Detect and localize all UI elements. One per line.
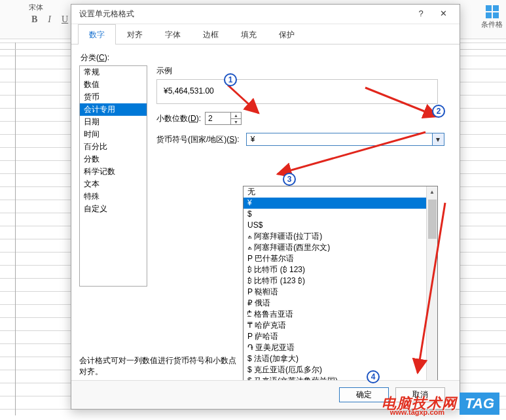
italic-button[interactable]: I	[45, 14, 54, 25]
watermark-tag: TAG	[460, 393, 499, 415]
dropdown-item[interactable]: $ 法语(加拿大)	[244, 353, 437, 364]
dropdown-scrollbar[interactable]: ▲ ▼	[426, 186, 437, 396]
dropdown-item[interactable]: ₸ 哈萨克语	[244, 320, 437, 331]
dropdown-item[interactable]: P 萨哈语	[244, 331, 437, 342]
dropdown-item[interactable]: ₼ 阿塞拜疆语(拉丁语)	[244, 231, 437, 242]
combobox-drop-button[interactable]: ▾	[432, 133, 444, 145]
tabs: 数字 对齐 字体 边框 填充 保护	[71, 24, 460, 44]
category-item[interactable]: 特殊	[80, 190, 147, 203]
category-item[interactable]: 文本	[80, 178, 147, 190]
category-item[interactable]: 货币	[80, 91, 147, 103]
dialog-close-button[interactable]: ✕	[432, 7, 454, 22]
format-hint-text: 会计格式可对一列数值进行货币符号和小数点对齐。	[79, 355, 236, 377]
annotation-badge-4: 4	[367, 370, 380, 383]
decimal-label-post: ):	[196, 114, 201, 123]
category-item[interactable]: 时间	[80, 128, 147, 141]
category-item[interactable]: 常规	[80, 66, 147, 79]
scrollbar-thumb[interactable]	[428, 200, 437, 239]
category-item[interactable]: 百分比	[80, 141, 147, 153]
category-label-hotkey: C	[99, 53, 105, 62]
dropdown-item[interactable]: P 巴什基尔语	[244, 253, 437, 264]
category-item[interactable]: 分数	[80, 153, 147, 166]
tab-protection[interactable]: 保护	[268, 24, 306, 44]
decimal-label-pre: 小数位数(	[156, 114, 190, 123]
bold-button[interactable]: B	[29, 14, 40, 25]
category-label-post: ):	[105, 53, 109, 62]
dropdown-item[interactable]: ₼ 阿塞拜疆语(西里尔文)	[244, 242, 437, 253]
spinner-down-icon[interactable]: ▼	[231, 119, 241, 125]
dialog-title: 设置单元格格式	[79, 9, 410, 20]
watermark-url: www.tagxp.com	[390, 408, 444, 416]
dialog-titlebar[interactable]: 设置单元格格式 ? ✕	[71, 5, 460, 24]
tab-number[interactable]: 数字	[78, 24, 116, 44]
watermark: 电脑技术网 TAG www.tagxp.com	[382, 393, 499, 415]
row-header-edge	[15, 43, 16, 415]
decimal-places-label: 小数位数(D):	[156, 113, 201, 124]
tab-fill[interactable]: 填充	[230, 24, 268, 44]
dropdown-item[interactable]: ₿ 比特币 (123 ₿)	[244, 275, 437, 287]
dropdown-item-selected[interactable]: ¥	[244, 198, 437, 209]
decimal-places-input[interactable]	[206, 113, 230, 124]
sample-box: ¥5,464,531.00	[156, 79, 438, 104]
category-item[interactable]: 自定义	[80, 203, 147, 215]
annotation-badge-2: 2	[432, 105, 445, 118]
tab-border[interactable]: 边框	[192, 24, 230, 44]
format-cells-dialog: 设置单元格格式 ? ✕ 数字 对齐 字体 边框 填充 保护 分类(C): 常规 …	[71, 4, 460, 410]
decimal-label-hotkey: D	[190, 114, 196, 123]
spinner-up-icon[interactable]: ▲	[231, 113, 241, 119]
chevron-down-icon: ▾	[436, 135, 440, 144]
decimal-places-spinner[interactable]: ▲ ▼	[205, 112, 242, 125]
sample-value: ¥5,464,531.00	[164, 86, 214, 96]
dropdown-item[interactable]: ֏ 亚美尼亚语	[244, 342, 437, 353]
dropdown-item[interactable]: $	[244, 209, 437, 220]
category-item[interactable]: 科学记数	[80, 166, 147, 178]
tab-alignment[interactable]: 对齐	[116, 24, 154, 44]
dropdown-item[interactable]: P 鞑靼语	[244, 287, 437, 298]
dropdown-item[interactable]: ₾ 格鲁吉亚语	[244, 309, 437, 320]
underline-button[interactable]: U	[59, 14, 71, 25]
font-name-box[interactable]: 宋体	[29, 3, 43, 12]
scrollbar-up-icon[interactable]: ▲	[427, 186, 437, 198]
category-item-accounting[interactable]: 会计专用	[80, 103, 147, 116]
dialog-help-button[interactable]: ?	[410, 7, 432, 22]
dropdown-item[interactable]: US$	[244, 220, 437, 231]
dropdown-item[interactable]: $ 克丘亚语(厄瓜多尔)	[244, 364, 437, 376]
dropdown-item[interactable]: ₿ 比特币 (₿ 123)	[244, 264, 437, 275]
symbol-label-post: ):	[234, 135, 239, 144]
category-label: 分类(C):	[81, 52, 452, 63]
conditional-formatting-icon	[486, 5, 499, 18]
category-item[interactable]: 数值	[80, 79, 147, 91]
sample-label: 示例	[156, 65, 452, 77]
dropdown-item[interactable]: 无	[244, 186, 437, 198]
category-item[interactable]: 日期	[80, 116, 147, 128]
currency-symbol-label: 货币符号(国家/地区)(S):	[156, 134, 240, 145]
conditional-formatting-label: 条件格	[481, 20, 503, 29]
dropdown-item[interactable]: ₽ 俄语	[244, 298, 437, 309]
conditional-formatting-button[interactable]: 条件格	[481, 5, 503, 29]
annotation-badge-3: 3	[283, 173, 296, 186]
dialog-body: 分类(C): 常规 数值 货币 会计专用 日期 时间 百分比 分数 科学记数 文…	[71, 44, 460, 389]
annotation-badge-1: 1	[224, 73, 237, 86]
currency-symbol-dropdown[interactable]: 无 ¥ $ US$ ₼ 阿塞拜疆语(拉丁语) ₼ 阿塞拜疆语(西里尔文) P 巴…	[243, 186, 438, 396]
currency-symbol-combobox[interactable]: ▾	[246, 133, 444, 146]
currency-symbol-input[interactable]	[247, 133, 432, 145]
category-label-pre: 分类(	[81, 53, 99, 62]
category-listbox[interactable]: 常规 数值 货币 会计专用 日期 时间 百分比 分数 科学记数 文本 特殊 自定…	[79, 65, 147, 287]
symbol-label-pre: 货币符号(国家/地区)(	[156, 135, 229, 144]
tab-font[interactable]: 字体	[154, 24, 192, 44]
